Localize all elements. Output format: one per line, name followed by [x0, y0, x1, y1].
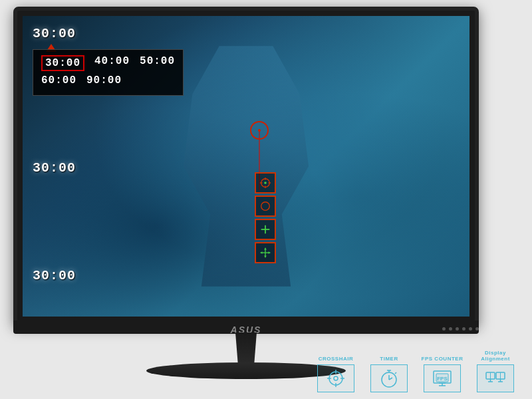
crosshair-circle — [250, 121, 269, 140]
timer-row-2: 60:00 90:00 — [41, 74, 175, 86]
monitor-screen: 30:00 30:00 40:00 50:00 60:00 90:00 30:0… — [23, 16, 469, 317]
feature-bar: CROSSHAIR TIMER — [313, 350, 519, 392]
feature-timer-label: TIMER — [380, 356, 398, 362]
led-dot-3 — [456, 327, 459, 331]
led-dots — [442, 327, 479, 331]
svg-marker-11 — [265, 247, 267, 250]
gp-move[interactable] — [255, 242, 276, 263]
svg-marker-12 — [265, 256, 267, 259]
crosshair-small-icon — [259, 177, 271, 189]
feature-fps-icon-box[interactable]: FPS — [424, 364, 461, 392]
feature-display-alignment-label: Display Alignment — [472, 350, 519, 362]
led-dot-1 — [442, 327, 446, 331]
svg-point-16 — [334, 376, 338, 380]
crosshair-feature-icon — [326, 368, 346, 388]
monitor-neck — [219, 332, 273, 366]
monitor-body: 30:00 30:00 40:00 50:00 60:00 90:00 30:0… — [13, 7, 479, 326]
timer-option-90[interactable]: 90:00 — [86, 74, 122, 86]
timer-option-50[interactable]: 50:00 — [140, 55, 175, 71]
led-dot-4 — [462, 327, 466, 331]
timer-dropdown[interactable]: 30:00 40:00 50:00 60:00 90:00 — [33, 49, 184, 96]
crosshair-overlay — [250, 121, 269, 140]
timer-bottom-left: 30:00 — [33, 268, 76, 283]
gp-circle[interactable] — [255, 196, 276, 217]
feature-crosshair[interactable]: CROSSHAIR — [313, 356, 359, 392]
svg-point-1 — [265, 182, 267, 184]
timer-top-left: 30:00 — [33, 26, 76, 41]
led-dot-5 — [469, 327, 472, 331]
feature-crosshair-label: CROSSHAIR — [319, 356, 354, 362]
feature-display-alignment-icon-box[interactable] — [477, 364, 514, 392]
led-dot-2 — [449, 327, 452, 331]
svg-marker-13 — [260, 251, 263, 254]
display-alignment-feature-icon — [485, 368, 505, 388]
svg-text:FPS: FPS — [437, 376, 448, 382]
gp-plus[interactable] — [255, 219, 276, 240]
timer-option-60[interactable]: 60:00 — [41, 74, 76, 86]
led-dot-6 — [475, 327, 479, 331]
svg-line-26 — [395, 372, 396, 374]
feature-fps-counter[interactable]: FPS COUNTER FPS — [419, 356, 466, 392]
timer-feature-icon — [379, 368, 399, 388]
fps-feature-icon: FPS — [432, 368, 452, 388]
feature-timer[interactable]: TIMER — [366, 356, 412, 392]
crosshair-dot — [258, 129, 261, 132]
timer-row-1: 30:00 40:00 50:00 — [41, 55, 175, 71]
feature-display-alignment[interactable]: Display Alignment — [472, 350, 519, 392]
move-small-icon — [259, 247, 271, 259]
svg-point-6 — [261, 202, 270, 211]
feature-timer-icon-box[interactable] — [370, 364, 408, 392]
circle-small-icon — [259, 200, 271, 212]
feature-crosshair-icon-box[interactable] — [317, 364, 354, 392]
gp-crosshair[interactable] — [255, 172, 276, 194]
plus-small-icon — [259, 223, 271, 235]
timer-option-30[interactable]: 30:00 — [41, 55, 84, 71]
svg-marker-14 — [269, 251, 271, 254]
gameplus-panel — [255, 172, 276, 263]
main-scene: 30:00 30:00 40:00 50:00 60:00 90:00 30:0… — [0, 0, 532, 399]
timer-mid-left: 30:00 — [33, 160, 76, 176]
feature-fps-label: FPS COUNTER — [422, 356, 464, 362]
timer-option-40[interactable]: 40:00 — [94, 55, 130, 71]
